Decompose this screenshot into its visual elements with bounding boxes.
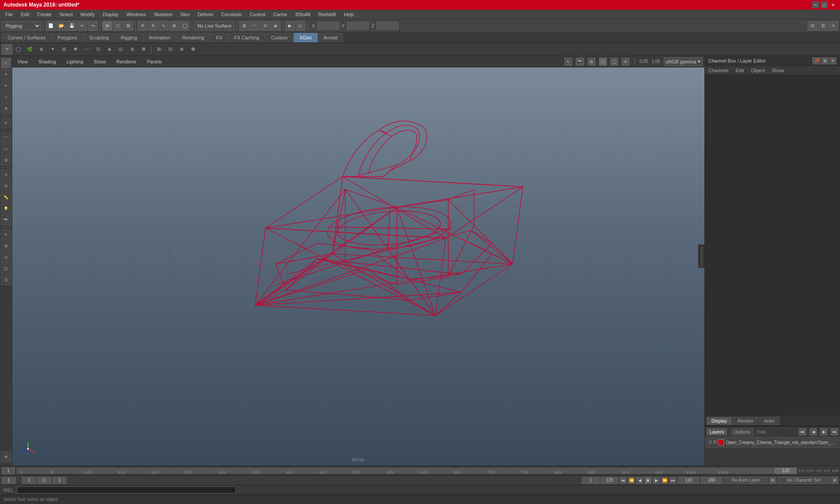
layer-item[interactable]: V P Open_Creamy_Cheese_Triangle_mb_stand… bbox=[706, 437, 839, 448]
x-field[interactable] bbox=[317, 22, 339, 30]
vp-cam-btn[interactable]: 📷 bbox=[576, 58, 584, 66]
snap-point-btn[interactable]: ⊙ bbox=[260, 21, 270, 31]
left-light-btn[interactable]: 💡 bbox=[1, 203, 11, 214]
playback-check[interactable]: ☑ bbox=[37, 477, 51, 484]
menu-display[interactable]: Display bbox=[99, 11, 122, 18]
playback-1-field[interactable]: 1 bbox=[52, 477, 66, 484]
left-props5-btn[interactable]: ☰ bbox=[1, 275, 11, 285]
menu-edit[interactable]: Edit bbox=[18, 11, 33, 18]
vp-smooth-btn[interactable]: ◯ bbox=[610, 58, 618, 66]
vp-wireframe-btn[interactable]: □ bbox=[599, 58, 607, 66]
layer-tab-options[interactable]: Options bbox=[731, 428, 753, 435]
new-scene-btn[interactable]: 📄 bbox=[46, 21, 56, 31]
left-rotate-btn[interactable]: ↻ bbox=[1, 80, 11, 91]
layer-tab-layers[interactable]: Layers bbox=[707, 428, 727, 435]
vp-menu-view[interactable]: View bbox=[14, 58, 32, 65]
anim-layer-btn[interactable]: ≡ bbox=[829, 21, 838, 31]
character-btn[interactable]: ☰ bbox=[818, 21, 828, 31]
left-snap-btn[interactable]: ⊙ bbox=[1, 169, 11, 180]
no-live-surface-badge[interactable]: No Live Surface bbox=[194, 21, 234, 30]
layer-help[interactable]: Help bbox=[757, 430, 766, 434]
menu-create[interactable]: Create bbox=[34, 11, 55, 18]
vp-grid-btn[interactable]: ⊞ bbox=[588, 58, 595, 66]
icon-btn-9[interactable]: ⊡ bbox=[93, 44, 103, 55]
tab-xgen[interactable]: XGen bbox=[294, 33, 317, 42]
icon-btn-12[interactable]: ⊗ bbox=[127, 44, 137, 55]
tab-polygons[interactable]: Polygons bbox=[52, 33, 83, 42]
universal-btn[interactable]: ⊗ bbox=[169, 21, 179, 31]
vp-menu-shading[interactable]: Shading bbox=[35, 58, 60, 65]
menu-constrain[interactable]: Constrain bbox=[218, 11, 245, 18]
tab-rigging[interactable]: Rigging bbox=[115, 33, 143, 42]
left-select-btn[interactable]: ↖ bbox=[1, 58, 11, 68]
char-set-settings[interactable]: ⚙ bbox=[831, 477, 838, 484]
quick-select-btn[interactable]: ⊟ bbox=[808, 21, 817, 31]
vp-menu-panels[interactable]: Panels bbox=[144, 58, 165, 65]
timeline-range-end[interactable]: 120 bbox=[775, 468, 797, 474]
left-paint-btn[interactable]: ✏ bbox=[1, 118, 11, 128]
play-fwd-step-btn[interactable]: ⏩ bbox=[661, 477, 668, 484]
left-props1-btn[interactable]: ≡ bbox=[1, 229, 11, 240]
close-button[interactable]: ✕ bbox=[830, 1, 836, 8]
max-range-field[interactable]: 120 bbox=[678, 477, 700, 484]
play-back-step-btn[interactable]: ⏪ bbox=[628, 477, 635, 484]
select-btn[interactable]: ⊕ bbox=[102, 21, 112, 31]
anim-layer-settings[interactable]: ⚙ bbox=[769, 477, 776, 484]
icon-btn-4[interactable]: ⊕ bbox=[36, 44, 46, 55]
cb-pin-btn[interactable]: 📌 bbox=[812, 57, 821, 64]
left-bottom-btn[interactable]: ⊕ bbox=[1, 452, 11, 462]
cb-close-btn[interactable]: ✕ bbox=[830, 57, 836, 64]
menu-help[interactable]: Help bbox=[340, 11, 357, 18]
tab-fx-caching[interactable]: FX Caching bbox=[228, 33, 265, 42]
playback-start-field[interactable]: 1 bbox=[2, 477, 16, 484]
cb-tab-edit[interactable]: Edit bbox=[734, 67, 746, 74]
playback-current-field[interactable]: 1 bbox=[22, 477, 36, 484]
snap-grid-btn[interactable]: ⊞ bbox=[239, 21, 249, 31]
play-fwd-end-btn[interactable]: ⏭ bbox=[669, 477, 676, 484]
icon-btn-2[interactable]: ◯ bbox=[13, 44, 24, 55]
icon-btn-8[interactable]: 〰 bbox=[81, 44, 92, 55]
cb-tab-object[interactable]: Object bbox=[749, 67, 766, 74]
tab-custom[interactable]: Custom bbox=[266, 33, 294, 42]
layer-nav-3[interactable]: ▶ bbox=[820, 428, 827, 435]
icon-btn-10[interactable]: ◈ bbox=[104, 44, 115, 55]
menu-control[interactable]: Control bbox=[246, 11, 269, 18]
viewport-canvas[interactable]: persp bbox=[12, 67, 704, 466]
vp-menu-lighting[interactable]: Lighting bbox=[63, 58, 87, 65]
render-btn[interactable]: ▶ bbox=[285, 21, 295, 31]
left-measure-btn[interactable]: 📏 bbox=[1, 192, 11, 203]
left-props4-btn[interactable]: ◫ bbox=[1, 263, 11, 274]
layer-nav-4[interactable]: ⏭ bbox=[831, 428, 838, 435]
open-scene-btn[interactable]: 📂 bbox=[56, 21, 66, 31]
icon-btn-6[interactable]: ⊞ bbox=[59, 44, 69, 55]
play-back-btn[interactable]: ◀ bbox=[636, 477, 643, 484]
render-tab-anim[interactable]: Anim bbox=[759, 417, 780, 425]
icon-btn-3[interactable]: 🌿 bbox=[24, 44, 35, 55]
left-move-btn[interactable]: ✛ bbox=[1, 69, 11, 80]
range-start-field[interactable]: 1 bbox=[582, 477, 599, 484]
z-field[interactable] bbox=[377, 22, 399, 30]
layer-nav-1[interactable]: ⏮ bbox=[799, 428, 806, 435]
vp-menu-show[interactable]: Show bbox=[91, 58, 110, 65]
xgen-btn-3[interactable]: ⊕ bbox=[176, 44, 187, 55]
tab-sculpting[interactable]: Sculpting bbox=[84, 33, 115, 42]
layer-nav-2[interactable]: ◀ bbox=[810, 428, 817, 435]
max-range-end[interactable]: 200 bbox=[701, 477, 723, 484]
vp-menu-renderer[interactable]: Renderer bbox=[113, 58, 140, 65]
left-scale-btn[interactable]: ⤡ bbox=[1, 92, 11, 102]
snap-surface-btn[interactable]: ◈ bbox=[271, 21, 280, 31]
tab-curves-surfaces[interactable]: Curves / Surfaces bbox=[2, 33, 51, 42]
paint-btn[interactable]: ⊞ bbox=[123, 21, 133, 31]
no-anim-layer[interactable]: No Anim Layer bbox=[724, 477, 768, 484]
menu-modify[interactable]: Modify bbox=[77, 11, 98, 18]
y-field[interactable] bbox=[347, 22, 369, 30]
menu-skin[interactable]: Skin bbox=[177, 11, 193, 18]
left-poly-btn[interactable]: ▭ bbox=[1, 144, 11, 154]
icon-btn-11[interactable]: ◎ bbox=[116, 44, 126, 55]
tab-rendering[interactable]: Rendering bbox=[176, 33, 210, 42]
play-back-begin-btn[interactable]: ⏮ bbox=[620, 477, 626, 484]
xgen-btn-1[interactable]: ⊞ bbox=[154, 44, 164, 55]
xgen-btn-2[interactable]: ⊟ bbox=[165, 44, 175, 55]
cb-tab-channels[interactable]: Channels bbox=[707, 67, 730, 74]
stop-btn[interactable]: ■ bbox=[644, 477, 651, 484]
